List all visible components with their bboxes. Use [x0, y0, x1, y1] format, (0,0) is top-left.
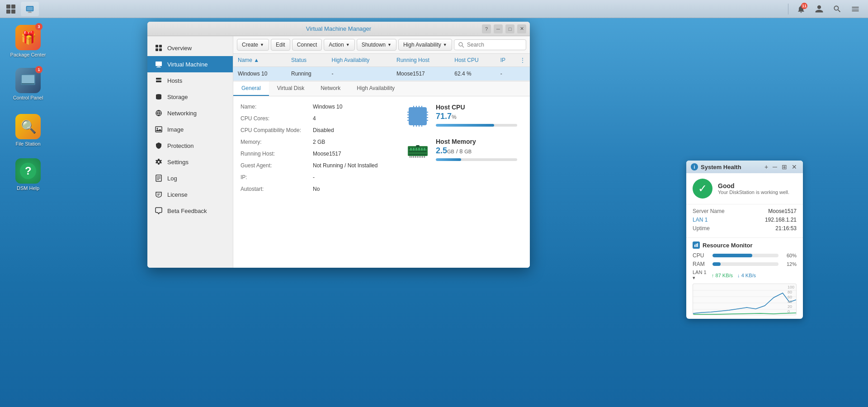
search-button[interactable] — [830, 2, 844, 16]
settings-icon — [155, 158, 163, 166]
col-host-cpu[interactable]: Host CPU — [450, 54, 495, 67]
package-center-icon[interactable]: 🎁 3 Package Center — [10, 25, 46, 58]
field-cpu-compat: CPU Compatibility Mode: Disabled — [241, 127, 394, 133]
high-availability-button[interactable]: High Availability ▼ — [398, 39, 452, 51]
dsm-help-icon[interactable]: ? DSM Help — [10, 158, 46, 191]
svg-rect-67 — [424, 148, 425, 151]
table-row[interactable]: Windows 10 Running - Moose1517 62.4 % - — [233, 67, 530, 81]
control-panel-icon[interactable]: 1 Control Panel — [10, 68, 46, 101]
sidebar-item-settings[interactable]: Settings — [147, 154, 233, 170]
widget-close-button[interactable]: ✕ — [790, 163, 798, 170]
host-cpu-value: 71.7% — [436, 112, 523, 121]
svg-rect-49 — [421, 124, 422, 127]
lan-label[interactable]: LAN 1 — [693, 217, 708, 223]
host-cpu-bar-bg — [436, 124, 517, 127]
widget-add-button[interactable]: + — [763, 163, 769, 170]
svg-rect-62 — [410, 148, 412, 151]
vm-search-box[interactable] — [454, 39, 526, 50]
svg-rect-51 — [407, 114, 410, 115]
svg-rect-2 — [6, 9, 10, 14]
svg-text:?: ? — [25, 165, 32, 177]
vmm-taskbar-app[interactable] — [21, 2, 39, 16]
app-menu-button[interactable] — [3, 1, 19, 17]
action-button[interactable]: Action ▼ — [324, 39, 354, 51]
svg-rect-5 — [27, 7, 33, 10]
options-button[interactable] — [848, 2, 863, 16]
svg-rect-77 — [424, 156, 425, 158]
col-status[interactable]: Status — [287, 54, 327, 67]
svg-rect-20 — [157, 66, 160, 67]
col-ha[interactable]: High Availability — [327, 54, 392, 67]
search-input[interactable] — [467, 42, 521, 48]
widget-minimize-button[interactable]: ─ — [771, 163, 778, 170]
svg-rect-48 — [419, 124, 420, 127]
file-station-desktop-icon[interactable]: 🔍 File Station — [10, 114, 46, 147]
sidebar-item-networking[interactable]: Networking — [147, 105, 233, 121]
health-status-text: Good — [718, 182, 789, 189]
cpu-resource-bar-bg — [712, 254, 778, 257]
vm-table: Name ▲ Status High Availability Running … — [233, 54, 530, 81]
user-button[interactable] — [812, 2, 826, 16]
vmm-maximize-button[interactable]: □ — [505, 24, 514, 33]
sidebar-item-overview[interactable]: Overview — [147, 40, 233, 56]
sidebar-item-log[interactable]: Log — [147, 170, 233, 186]
resource-monitor-title: Resource Monitor — [693, 241, 797, 249]
svg-point-29 — [157, 128, 158, 129]
virtual-machine-icon — [155, 60, 163, 68]
svg-rect-54 — [426, 112, 428, 113]
svg-rect-46 — [413, 124, 414, 127]
svg-rect-6 — [28, 11, 32, 12]
shutdown-button[interactable]: Shutdown ▼ — [357, 39, 396, 51]
vm-name: Windows 10 — [233, 67, 287, 81]
host-cpu-metric: Host CPU 71.7% — [405, 104, 523, 129]
info-icon: i — [691, 163, 698, 170]
sidebar-item-image[interactable]: Image — [147, 121, 233, 137]
control-panel-label: Control Panel — [13, 95, 43, 101]
vmm-minimize-button[interactable]: ─ — [494, 24, 503, 33]
col-running-host[interactable]: Running Host — [392, 54, 450, 67]
sidebar-item-beta-feedback[interactable]: Beta Feedback — [147, 203, 233, 219]
field-memory: Memory: 2 GB — [241, 139, 394, 145]
field-autostart: Autostart: No — [241, 186, 394, 192]
widget-float-button[interactable]: ⊞ — [780, 163, 788, 170]
cpu-resource-pct: 60% — [782, 253, 797, 258]
host-memory-value: 2.5GB / 8 GB — [436, 146, 523, 156]
detail-metrics: Host CPU 71.7% — [405, 104, 523, 198]
tab-high-availability[interactable]: High Availability — [349, 81, 403, 96]
svg-rect-76 — [422, 156, 423, 158]
notification-button[interactable]: 11 — [794, 2, 808, 16]
lan-upload: ↑ 87 KB/s — [712, 273, 733, 278]
sidebar-protection-label: Protection — [167, 142, 194, 149]
sidebar-hosts-label: Hosts — [167, 77, 182, 84]
file-station-label: File Station — [15, 141, 40, 147]
tab-network[interactable]: Network — [312, 81, 349, 96]
host-memory-title: Host Memory — [436, 138, 523, 145]
sidebar-item-hosts[interactable]: Hosts — [147, 72, 233, 89]
sidebar-networking-label: Networking — [167, 110, 197, 117]
svg-rect-50 — [407, 112, 410, 113]
svg-rect-53 — [407, 120, 410, 121]
host-cpu-info: Host CPU 71.7% — [436, 104, 523, 127]
edit-button[interactable]: Edit — [271, 39, 290, 51]
create-button[interactable]: Create ▼ — [237, 39, 269, 51]
tab-general[interactable]: General — [233, 81, 269, 96]
col-ip[interactable]: IP — [496, 54, 515, 67]
svg-rect-74 — [419, 156, 420, 158]
lan-resource-label: LAN 1 ▾ — [693, 270, 709, 281]
col-name[interactable]: Name ▲ — [233, 54, 287, 67]
uptime-value: 21:16:53 — [775, 225, 797, 232]
vmm-close-button[interactable]: ✕ — [517, 24, 526, 33]
detail-fields: Name: Windows 10 CPU Cores: 4 CPU Compat… — [241, 104, 394, 198]
tab-virtual-disk[interactable]: Virtual Disk — [269, 81, 312, 96]
field-ip: IP: - — [241, 174, 394, 180]
license-icon — [155, 190, 163, 199]
col-more[interactable]: ⋮ — [515, 54, 530, 67]
svg-rect-63 — [413, 148, 415, 151]
connect-button[interactable]: Connect — [292, 39, 322, 51]
sidebar-item-protection[interactable]: Protection — [147, 137, 233, 154]
sidebar-item-virtual-machine[interactable]: Virtual Machine — [147, 56, 233, 72]
sidebar-item-storage[interactable]: Storage — [147, 89, 233, 105]
sidebar-item-license[interactable]: License — [147, 186, 233, 203]
resource-monitor-icon — [693, 241, 700, 249]
vmm-help-button[interactable]: ? — [482, 24, 491, 33]
